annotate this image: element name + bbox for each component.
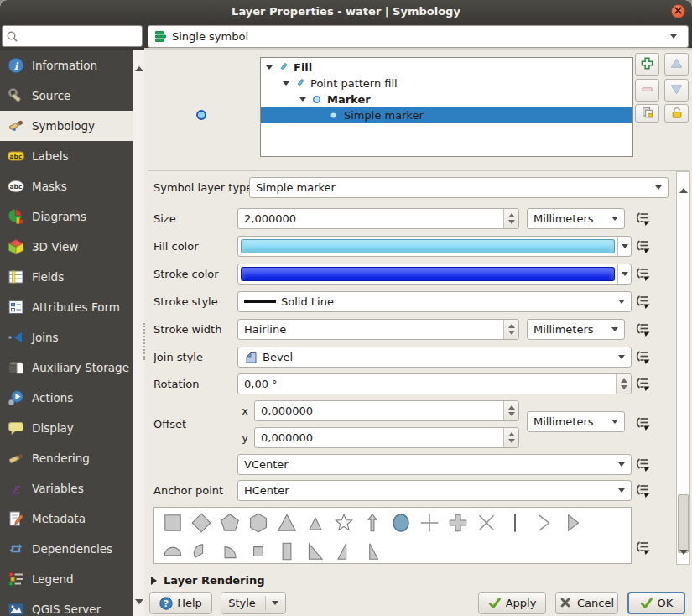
add-symbol-layer-button[interactable] <box>635 53 659 76</box>
sidebar-item-symbology[interactable]: Symbology <box>0 111 133 141</box>
shape-cross2[interactable] <box>472 509 501 536</box>
shape-hexagon[interactable] <box>244 509 273 536</box>
stroke-width-value: Hairline <box>244 323 503 336</box>
offset-y-spin-buttons[interactable] <box>503 428 518 447</box>
stroke-style-combo[interactable]: Solid Line <box>237 291 632 312</box>
sidebar-scroll-down-icon[interactable] <box>135 604 143 611</box>
lock-color-button[interactable] <box>664 104 689 123</box>
anchor-horizontal-override-button[interactable] <box>631 480 653 501</box>
shape-line[interactable] <box>501 509 529 536</box>
stroke-color-button[interactable] <box>237 264 632 285</box>
offset-x-value: 0,000000 <box>261 405 503 417</box>
stroke-width-input[interactable]: Hairline <box>237 319 519 340</box>
sidebar-item-source[interactable]: Source <box>0 81 133 111</box>
shape-diamond[interactable] <box>187 509 216 536</box>
shape-circle[interactable] <box>387 509 415 536</box>
shape-half-square[interactable] <box>273 538 301 564</box>
shape-left-half-triangle[interactable] <box>358 538 387 564</box>
move-down-button[interactable] <box>664 79 689 102</box>
duplicate-layer-button[interactable] <box>635 104 659 123</box>
form-scroll-down-icon[interactable] <box>679 555 687 561</box>
size-spin-buttons[interactable] <box>503 209 518 228</box>
shape-filled-arrowhead[interactable] <box>558 509 586 536</box>
offset-y-label: y <box>240 427 250 448</box>
tree-row-fill[interactable]: Fill <box>261 60 632 76</box>
rotation-override-button[interactable] <box>631 373 653 394</box>
ok-label: OK <box>658 597 674 609</box>
rotation-spin-buttons[interactable] <box>616 374 631 394</box>
size-input[interactable]: 2,000000 <box>237 208 519 229</box>
shape-diagonal-half-square[interactable] <box>301 538 330 564</box>
join-style-override-button[interactable] <box>631 347 653 368</box>
sidebar-scroll-up-icon[interactable] <box>135 54 143 60</box>
form-scroll-up-icon[interactable] <box>679 175 687 182</box>
join-style-combo[interactable]: Bevel <box>237 347 632 368</box>
search-input[interactable] <box>21 29 138 44</box>
shape-right-half-triangle[interactable] <box>330 538 358 564</box>
shape-quarter-circle[interactable] <box>216 538 244 564</box>
offset-y-input[interactable]: 0,000000 <box>254 427 519 448</box>
remove-symbol-layer-button[interactable] <box>635 79 659 102</box>
stroke-width-unit-combo[interactable]: Millimeters <box>527 319 625 340</box>
shape-third-circle[interactable] <box>187 538 216 564</box>
renderer-value: Single symbol <box>172 30 663 43</box>
shape-equilateral-triangle[interactable] <box>301 509 330 536</box>
stroke-color-override-button[interactable] <box>631 264 653 285</box>
tree-row-point-pattern-fill[interactable]: Point pattern fill <box>261 76 632 91</box>
shape-arrow[interactable] <box>358 509 387 536</box>
expander-down-icon[interactable] <box>299 97 306 102</box>
shape-triangle[interactable] <box>273 509 301 536</box>
sidebar-item-labels[interactable]: abcLabels <box>0 141 133 171</box>
tree-row-marker[interactable]: Marker <box>261 91 632 107</box>
rotation-input[interactable]: 0,00 ° <box>237 373 632 394</box>
help-button[interactable]: ? Help <box>149 592 212 614</box>
close-button[interactable] <box>671 4 685 18</box>
chevron-down-icon <box>611 217 618 221</box>
move-up-button[interactable] <box>664 53 689 76</box>
stroke-width-spin-buttons[interactable] <box>503 320 518 339</box>
size-override-button[interactable] <box>631 208 653 229</box>
offset-x-spin-buttons[interactable] <box>503 401 518 420</box>
fill-color-button[interactable] <box>237 236 632 257</box>
form-scrollbar-thumb[interactable] <box>678 494 689 553</box>
shape-override-button[interactable] <box>631 537 653 558</box>
form-scrollbar[interactable] <box>676 171 690 565</box>
symbol-layer-type-combo[interactable]: Simple marker <box>249 177 669 198</box>
shape-square[interactable] <box>159 509 187 536</box>
expander-down-icon[interactable] <box>283 81 289 86</box>
stroke-width-override-button[interactable] <box>631 319 653 340</box>
ok-button[interactable]: OK <box>627 592 685 614</box>
anchor-vertical-override-button[interactable] <box>631 454 653 475</box>
anchor-horizontal-combo[interactable]: HCenter <box>237 480 632 501</box>
renderer-combo[interactable]: Single symbol <box>148 25 689 48</box>
stroke-color-dropdown[interactable] <box>617 264 631 284</box>
style-button[interactable]: Style <box>221 592 286 614</box>
shape-pentagon[interactable] <box>216 509 244 536</box>
offset-x-input[interactable]: 0,000000 <box>254 400 519 421</box>
shape-star[interactable] <box>330 509 358 536</box>
tree-row-label: Marker <box>327 93 371 106</box>
cancel-button[interactable]: Cancel <box>555 592 618 614</box>
help-icon: ? <box>159 597 173 610</box>
search-box[interactable] <box>2 25 143 47</box>
offset-y-value: 0,000000 <box>261 431 503 444</box>
apply-button[interactable]: Apply <box>478 592 546 614</box>
offset-unit-combo[interactable]: Millimeters <box>527 411 625 432</box>
sidebar-item-qgis-server[interactable]: QGIS Server <box>0 594 133 616</box>
offset-override-button[interactable] <box>631 413 653 434</box>
fill-color-dropdown[interactable] <box>617 237 631 256</box>
expander-down-icon[interactable] <box>266 65 273 70</box>
anchor-vertical-combo[interactable]: VCenter <box>237 454 632 475</box>
shape-cross[interactable] <box>415 509 444 536</box>
size-unit-combo[interactable]: Millimeters <box>527 208 625 229</box>
layer-rendering-expander[interactable]: Layer Rendering <box>151 574 265 587</box>
shape-arrowhead[interactable] <box>529 509 558 536</box>
sidebar-item-information[interactable]: iInformation <box>0 50 133 81</box>
tree-row-simple-marker[interactable]: Simple marker <box>261 107 632 123</box>
shape-cross-fill[interactable] <box>444 509 472 536</box>
fill-color-override-button[interactable] <box>631 236 653 257</box>
stroke-style-override-button[interactable] <box>631 291 653 312</box>
sidebar-item-legend[interactable]: Legend <box>0 564 133 594</box>
shape-quarter-square[interactable] <box>244 538 273 564</box>
shape-semi-circle[interactable] <box>159 538 187 564</box>
